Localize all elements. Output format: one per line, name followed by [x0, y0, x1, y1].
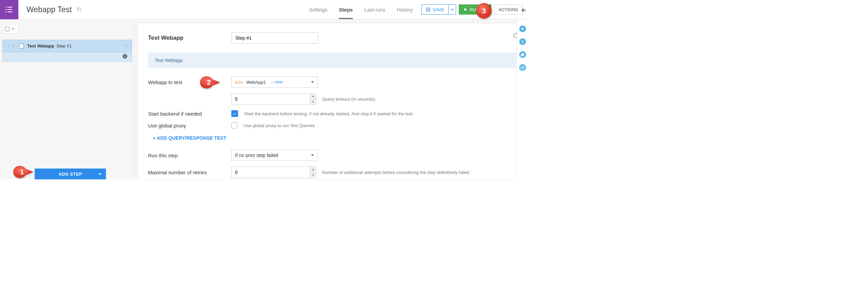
timeout-input[interactable]: [231, 93, 310, 105]
main-panel: Test Webapp Test Webapp Webapp to test <…: [135, 19, 528, 179]
retries-input[interactable]: [231, 166, 310, 178]
svg-point-0: [5, 6, 6, 7]
step-menu-icon[interactable]: ⋯: [123, 43, 128, 48]
step-list: ⋮⋮ Test Webapp Step #1 ⋯ i: [2, 40, 132, 62]
run-dropdown[interactable]: [484, 4, 491, 15]
rail-info-icon[interactable]: i: [519, 38, 526, 45]
add-step-button[interactable]: ADD STEP: [35, 169, 106, 179]
spinner-up-icon[interactable]: ▲: [310, 94, 316, 99]
svg-rect-1: [7, 7, 12, 7]
row-max-retries: Maximal number of retries ▲ ▼ Number of …: [148, 166, 518, 178]
drag-handle-icon[interactable]: ⋮⋮: [7, 43, 16, 48]
body: ⋮⋮ Test Webapp Step #1 ⋯ i ADD STEP: [0, 19, 528, 179]
card-title: Test Webapp: [148, 35, 219, 41]
svg-text:i: i: [125, 55, 126, 58]
step-editor-card: Test Webapp Test Webapp Webapp to test <…: [138, 23, 528, 179]
tab-history[interactable]: History: [397, 0, 413, 19]
timeout-help: Query timeout (in seconds): [322, 97, 375, 102]
collapse-arrow-icon[interactable]: [521, 7, 527, 15]
rail-history-icon[interactable]: [519, 64, 526, 71]
add-query-response-button[interactable]: + ADD QUERY/RESPONSE TEST: [153, 135, 518, 141]
section-banner: Test Webapp: [148, 53, 518, 68]
row-use-proxy: Use global proxy Use global proxy to run…: [148, 122, 518, 129]
step-label: Step #1: [56, 43, 72, 48]
spinner-up-icon[interactable]: ▲: [310, 167, 316, 173]
svg-rect-3: [7, 9, 12, 10]
list-icon: [4, 5, 14, 14]
row-start-backend: Start backend if needed ✓ Start the back…: [148, 110, 518, 117]
card-title-row: Test Webapp: [148, 32, 518, 44]
run-step-select[interactable]: If no prior step failed: [231, 150, 318, 161]
webapp-select[interactable]: </> WebApp1 – view: [231, 76, 318, 88]
page-title: Webapp Test: [26, 5, 82, 14]
caret-down-icon: [311, 80, 314, 85]
start-backend-checkbox[interactable]: ✓: [231, 110, 238, 117]
webapp-name: WebApp1: [246, 80, 266, 85]
caret-up-icon: [98, 172, 102, 177]
caret-down-icon: [12, 27, 15, 31]
menu-toggle[interactable]: [0, 0, 18, 19]
row-webapp-to-test: Webapp to test </> WebApp1 – view: [148, 76, 518, 88]
select-all-steps[interactable]: [2, 24, 19, 34]
retries-help: Number of additional attempts before con…: [322, 170, 469, 175]
save-button[interactable]: SAVE: [421, 4, 449, 15]
spinner-buttons[interactable]: ▲ ▼: [310, 93, 316, 105]
step-checkbox[interactable]: [19, 44, 24, 48]
code-icon: </>: [235, 80, 243, 85]
header-buttons: SAVE RUN ACTIONS: [421, 4, 528, 15]
select-all-checkbox[interactable]: [5, 26, 10, 31]
rail-chat-icon[interactable]: [519, 51, 526, 58]
step-type: Test Webapp: [27, 43, 54, 48]
play-icon: [464, 7, 468, 12]
svg-point-2: [5, 9, 6, 10]
steps-sidebar: ⋮⋮ Test Webapp Step #1 ⋯ i ADD STEP: [0, 19, 135, 179]
rail-add-icon[interactable]: [519, 25, 526, 32]
svg-rect-5: [7, 12, 12, 12]
view-link[interactable]: – view: [271, 80, 283, 84]
actions-button[interactable]: ACTIONS: [494, 4, 523, 15]
header-tabs: Settings Steps Last runs History: [309, 0, 421, 19]
info-icon[interactable]: i: [122, 54, 128, 60]
save-button-group: SAVE: [421, 4, 456, 15]
tab-settings[interactable]: Settings: [309, 0, 327, 19]
copy-icon[interactable]: [76, 5, 82, 14]
spinner-buttons[interactable]: ▲ ▼: [310, 166, 316, 178]
row-timeout: ▲ ▼ Query timeout (in seconds): [148, 93, 518, 105]
spinner-down-icon[interactable]: ▼: [310, 99, 316, 105]
top-header: Webapp Test Settings Steps Last runs His…: [0, 0, 528, 19]
run-button-group: RUN: [459, 4, 491, 15]
label-run-step: Run this step: [148, 153, 231, 158]
label-webapp: Webapp to test: [148, 79, 231, 85]
svg-rect-6: [78, 8, 81, 11]
tab-last-runs[interactable]: Last runs: [364, 0, 385, 19]
right-rail: i: [517, 19, 528, 179]
step-name-input[interactable]: [232, 32, 318, 44]
svg-point-4: [5, 11, 6, 12]
spinner-down-icon[interactable]: ▼: [310, 173, 316, 178]
caret-down-icon: [451, 8, 454, 11]
save-icon: [426, 7, 431, 12]
label-start-backend: Start backend if needed: [148, 111, 231, 117]
save-dropdown[interactable]: [449, 4, 456, 15]
label-use-proxy: Use global proxy: [148, 123, 231, 129]
step-footer: i: [2, 52, 132, 62]
use-proxy-help: Use global proxy to run Test Queries: [243, 123, 315, 128]
step-item[interactable]: ⋮⋮ Test Webapp Step #1 ⋯: [2, 40, 132, 52]
tab-steps[interactable]: Steps: [339, 0, 353, 19]
caret-down-icon: [311, 153, 314, 158]
use-proxy-checkbox[interactable]: [231, 122, 237, 129]
start-backend-help: Start the backend before testing, if not…: [244, 111, 414, 116]
run-button[interactable]: RUN: [459, 4, 484, 15]
label-max-retries: Maximal number of retries: [148, 170, 231, 175]
caret-down-icon: [486, 8, 489, 11]
row-run-this-step: Run this step If no prior step failed: [148, 150, 518, 161]
